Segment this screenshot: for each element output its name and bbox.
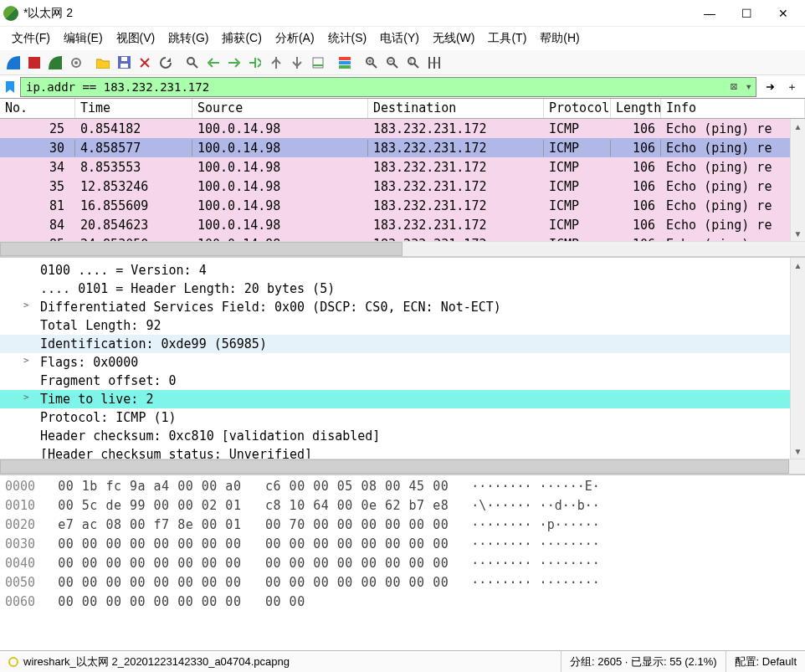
detail-line[interactable]: 0100 .... = Version: 4 xyxy=(0,261,805,280)
close-file-button[interactable] xyxy=(135,53,155,73)
packet-row[interactable]: 8420.854623100.0.14.98183.232.231.172ICM… xyxy=(0,215,805,234)
hex-line[interactable]: 0030 00 00 00 00 00 00 00 00 00 00 00 00… xyxy=(5,535,800,554)
go-last-button[interactable] xyxy=(287,53,307,73)
cell-destination: 183.232.231.172 xyxy=(368,178,544,195)
packet-list-hscroll[interactable] xyxy=(0,241,805,256)
detail-line[interactable]: >Flags: 0x0000 xyxy=(0,353,805,372)
packet-list-body[interactable]: 250.854182100.0.14.98183.232.231.172ICMP… xyxy=(0,119,805,241)
menu-go[interactable]: 跳转(G) xyxy=(163,28,213,49)
display-filter-input[interactable]: ip.addr == 183.232.231.172 ⊠ ▾ xyxy=(20,77,756,97)
expand-icon[interactable]: > xyxy=(23,392,29,403)
hex-line[interactable]: 0060 00 00 00 00 00 00 00 00 00 00 xyxy=(5,592,800,612)
expand-icon[interactable]: > xyxy=(23,300,29,310)
reload-button[interactable] xyxy=(156,53,176,73)
menu-file[interactable]: 文件(F) xyxy=(7,28,55,49)
zoom-reset-button[interactable]: 1 xyxy=(403,53,423,73)
hex-bytes: 00 00 00 00 00 00 00 00 00 00 00 00 00 0… xyxy=(58,575,449,590)
packet-row[interactable]: 8524.853050100.0.14.98183.232.231.172ICM… xyxy=(0,234,805,241)
open-file-button[interactable] xyxy=(93,53,113,73)
menu-help[interactable]: 帮助(H) xyxy=(535,28,584,49)
hex-line[interactable]: 0050 00 00 00 00 00 00 00 00 00 00 00 00… xyxy=(5,573,800,592)
detail-line[interactable]: Identification: 0xde99 (56985) xyxy=(0,335,805,353)
go-first-button[interactable] xyxy=(266,53,286,73)
stop-capture-button[interactable] xyxy=(24,53,44,73)
col-protocol[interactable]: Protocol xyxy=(544,99,611,118)
col-info[interactable]: Info xyxy=(661,99,805,118)
cell-length: 106 xyxy=(611,217,661,233)
detail-line[interactable]: Total Length: 92 xyxy=(0,316,805,335)
col-source[interactable]: Source xyxy=(192,99,368,118)
maximize-button[interactable]: ☐ xyxy=(728,1,765,26)
auto-scroll-button[interactable] xyxy=(308,53,328,73)
hex-line[interactable]: 0040 00 00 00 00 00 00 00 00 00 00 00 00… xyxy=(5,554,800,573)
col-destination[interactable]: Destination xyxy=(368,99,544,118)
go-prev-button[interactable] xyxy=(203,53,223,73)
menu-tools[interactable]: 工具(T) xyxy=(483,28,531,49)
status-profile[interactable]: 配置: Default xyxy=(726,651,805,672)
packet-row[interactable]: 304.858577100.0.14.98183.232.231.172ICMP… xyxy=(0,138,805,157)
packet-list-header[interactable]: No. Time Source Destination Protocol Len… xyxy=(0,99,805,119)
zoom-in-button[interactable] xyxy=(361,53,382,73)
restart-capture-button[interactable] xyxy=(45,53,65,73)
detail-line[interactable]: >Time to live: 2 xyxy=(0,390,805,408)
filter-apply-icon[interactable]: ➜ xyxy=(760,77,780,97)
scroll-up-icon[interactable]: ▲ xyxy=(791,119,805,134)
find-packet-button[interactable] xyxy=(182,53,203,73)
start-capture-button[interactable] xyxy=(3,53,23,73)
col-no[interactable]: No. xyxy=(0,99,75,118)
filter-dropdown-icon[interactable]: ▾ xyxy=(746,80,752,93)
filter-add-icon[interactable]: ＋ xyxy=(782,77,802,97)
cell-length: 106 xyxy=(611,236,661,242)
scroll-up-icon[interactable]: ▲ xyxy=(791,258,805,273)
capture-options-button[interactable] xyxy=(66,53,86,73)
packet-details-body[interactable]: 0100 .... = Version: 4.... 0101 = Header… xyxy=(0,258,805,459)
go-to-packet-button[interactable] xyxy=(245,53,265,73)
save-file-button[interactable] xyxy=(114,53,134,73)
cell-length: 106 xyxy=(611,178,661,195)
hex-body[interactable]: 0000 00 1b fc 9a a4 00 00 a0 c6 00 00 05… xyxy=(0,475,805,650)
expand-icon[interactable]: > xyxy=(23,355,29,366)
menu-edit[interactable]: 编辑(E) xyxy=(59,28,108,49)
app-icon xyxy=(3,6,18,21)
menu-view[interactable]: 视图(V) xyxy=(111,28,161,49)
packet-row[interactable]: 348.853553100.0.14.98183.232.231.172ICMP… xyxy=(0,157,805,177)
menu-phone[interactable]: 电话(Y) xyxy=(375,28,424,49)
minimize-button[interactable]: — xyxy=(691,1,728,26)
menu-stat[interactable]: 统计(S) xyxy=(323,28,372,49)
hex-ascii: ········ ········ xyxy=(471,536,600,551)
detail-text: Header checksum: 0xc810 [validation disa… xyxy=(40,428,380,444)
packet-details-hscroll[interactable] xyxy=(0,459,805,474)
packet-row[interactable]: 250.854182100.0.14.98183.232.231.172ICMP… xyxy=(0,119,805,138)
detail-line[interactable]: [Header checksum status: Unverified] xyxy=(0,445,805,459)
filter-bookmark-icon[interactable] xyxy=(0,77,20,97)
detail-line[interactable]: .... 0101 = Header Length: 20 bytes (5) xyxy=(0,280,805,298)
col-time[interactable]: Time xyxy=(75,99,192,118)
packet-row[interactable]: 8116.855609100.0.14.98183.232.231.172ICM… xyxy=(0,196,805,215)
zoom-out-button[interactable] xyxy=(382,53,402,73)
close-button[interactable]: ✕ xyxy=(765,1,802,26)
hex-line[interactable]: 0000 00 1b fc 9a a4 00 00 a0 c6 00 00 05… xyxy=(5,477,800,496)
cell-length: 106 xyxy=(611,159,661,176)
packet-row[interactable]: 3512.853246100.0.14.98183.232.231.172ICM… xyxy=(0,177,805,196)
hex-offset: 0010 xyxy=(5,498,35,513)
detail-line[interactable]: Fragment offset: 0 xyxy=(0,372,805,390)
col-length[interactable]: Length xyxy=(611,99,661,118)
scroll-down-icon[interactable]: ▼ xyxy=(791,226,805,241)
detail-line[interactable]: Header checksum: 0xc810 [validation disa… xyxy=(0,427,805,445)
colorize-button[interactable] xyxy=(335,53,355,73)
packet-details-vscroll[interactable]: ▲ ▼ xyxy=(790,258,805,459)
packet-list-vscroll[interactable]: ▲ ▼ xyxy=(790,119,805,241)
scroll-down-icon[interactable]: ▼ xyxy=(791,444,805,459)
cell-destination: 183.232.231.172 xyxy=(368,159,544,176)
menu-capture[interactable]: 捕获(C) xyxy=(217,28,266,49)
menu-analyze[interactable]: 分析(A) xyxy=(270,28,320,49)
hex-line[interactable]: 0010 00 5c de 99 00 00 02 01 c8 10 64 00… xyxy=(5,496,800,516)
detail-line[interactable]: Protocol: ICMP (1) xyxy=(0,408,805,427)
detail-line[interactable]: >Differentiated Services Field: 0x00 (DS… xyxy=(0,298,805,316)
filter-clear-icon[interactable]: ⊠ xyxy=(731,80,737,93)
go-next-button[interactable] xyxy=(224,53,244,73)
menu-wireless[interactable]: 无线(W) xyxy=(428,28,480,49)
svg-rect-13 xyxy=(339,57,351,60)
hex-line[interactable]: 0020 e7 ac 08 00 f7 8e 00 01 00 70 00 00… xyxy=(5,516,800,535)
resize-columns-button[interactable] xyxy=(424,53,444,73)
